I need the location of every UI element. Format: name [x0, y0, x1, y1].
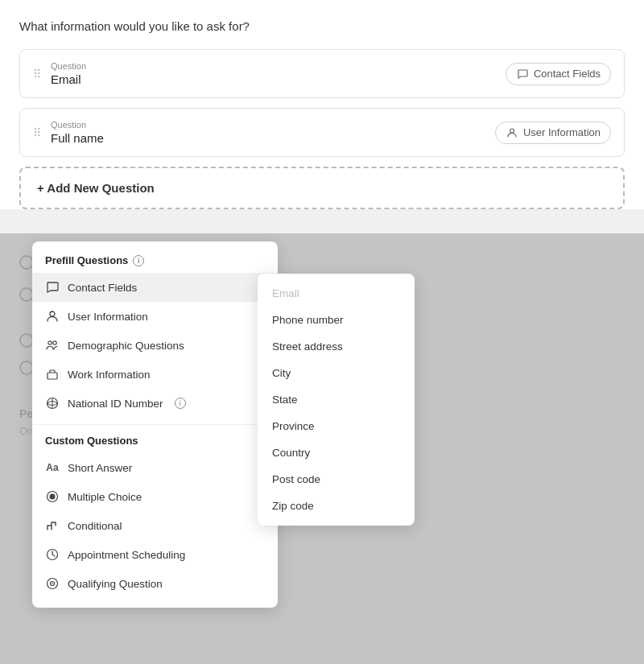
dropdown-menu: Prefill Questions i Contact Fields › Use… [32, 241, 278, 608]
submenu-item-province[interactable]: Province [258, 413, 415, 439]
menu-item-multiple-choice[interactable]: Multiple Choice [32, 482, 278, 511]
question-card-fullname: ⠿ Question Full name User Information [19, 108, 625, 157]
submenu-item-city[interactable]: City [258, 360, 415, 386]
submenu-item-state[interactable]: State [258, 386, 415, 413]
short-answer-label: Short Answer [68, 462, 132, 474]
submenu-contact-fields: Email Phone number Street address City S… [258, 274, 415, 526]
qualifying-label: Qualifying Question [68, 578, 163, 590]
badge-label-contact: Contact Fields [534, 68, 601, 80]
menu-item-work-information[interactable]: Work Information › [32, 360, 278, 389]
svg-point-1 [50, 311, 55, 316]
menu-item-qualifying[interactable]: Qualifying Question [32, 569, 278, 598]
national-id-label: National ID Number [68, 398, 163, 410]
question-label-email: Question [51, 61, 86, 71]
menu-item-appointment[interactable]: Appointment Scheduling [32, 540, 278, 569]
national-id-info-icon[interactable]: i [175, 398, 186, 409]
menu-item-contact-fields[interactable]: Contact Fields › [32, 273, 278, 302]
work-information-icon [45, 367, 60, 381]
custom-section-title: Custom Questions [32, 431, 278, 453]
demographic-icon [45, 338, 60, 353]
submenu-item-street[interactable]: Street address [258, 333, 415, 360]
multiple-choice-icon [45, 489, 60, 504]
menu-item-short-answer[interactable]: Aa Short Answer [32, 453, 278, 482]
badge-user-information[interactable]: User Information [495, 122, 611, 144]
conditional-icon [45, 518, 60, 533]
work-information-label: Work Information [68, 369, 151, 381]
demographic-label: Demographic Questions [68, 340, 184, 352]
submenu-item-email[interactable]: Email [258, 280, 415, 307]
submenu-item-country[interactable]: Country [258, 439, 415, 466]
menu-divider [32, 424, 278, 425]
user-information-icon [45, 309, 60, 324]
prefill-info-icon[interactable]: i [133, 255, 144, 266]
question-value-email: Email [51, 72, 86, 86]
chat-bubble-icon [516, 68, 529, 80]
user-icon [506, 126, 518, 139]
user-information-label: User Information [68, 311, 148, 323]
contact-fields-label: Contact Fields [68, 282, 137, 294]
submenu-item-zipcode[interactable]: Zip code [258, 493, 415, 519]
drag-handle-fullname[interactable]: ⠿ [33, 126, 41, 139]
menu-item-conditional[interactable]: Conditional [32, 511, 278, 540]
appointment-label: Appointment Scheduling [68, 549, 185, 561]
svg-point-0 [510, 129, 514, 133]
badge-label-user: User Information [523, 126, 601, 138]
qualifying-icon [45, 576, 60, 591]
menu-item-national-id[interactable]: National ID Number i › [32, 389, 278, 418]
page-main-question: What information would you like to ask f… [19, 19, 625, 33]
contact-fields-icon [45, 280, 60, 295]
question-card-email: ⠿ Question Email Contact Fields [19, 49, 625, 98]
drag-handle-email[interactable]: ⠿ [33, 68, 41, 80]
submenu-item-phone[interactable]: Phone number [258, 307, 415, 333]
add-question-button[interactable]: + Add New Question [19, 167, 625, 209]
conditional-label: Conditional [68, 520, 122, 532]
svg-rect-4 [47, 373, 57, 379]
menu-item-demographic[interactable]: Demographic Questions › [32, 331, 278, 360]
badge-contact-fields[interactable]: Contact Fields [506, 63, 611, 85]
svg-point-2 [48, 341, 52, 344]
svg-point-3 [53, 341, 56, 344]
submenu-item-postcode[interactable]: Post code [258, 466, 415, 493]
question-value-fullname: Full name [51, 131, 104, 145]
multiple-choice-label: Multiple Choice [68, 491, 142, 503]
menu-item-user-information[interactable]: User Information › [32, 302, 278, 331]
svg-point-8 [50, 494, 56, 500]
prefill-section-title: Prefill Questions i [32, 254, 278, 273]
appointment-icon [45, 547, 60, 562]
short-answer-icon: Aa [45, 460, 60, 475]
question-label-fullname: Question [51, 120, 104, 130]
national-id-icon [45, 396, 60, 410]
svg-point-12 [52, 583, 53, 584]
